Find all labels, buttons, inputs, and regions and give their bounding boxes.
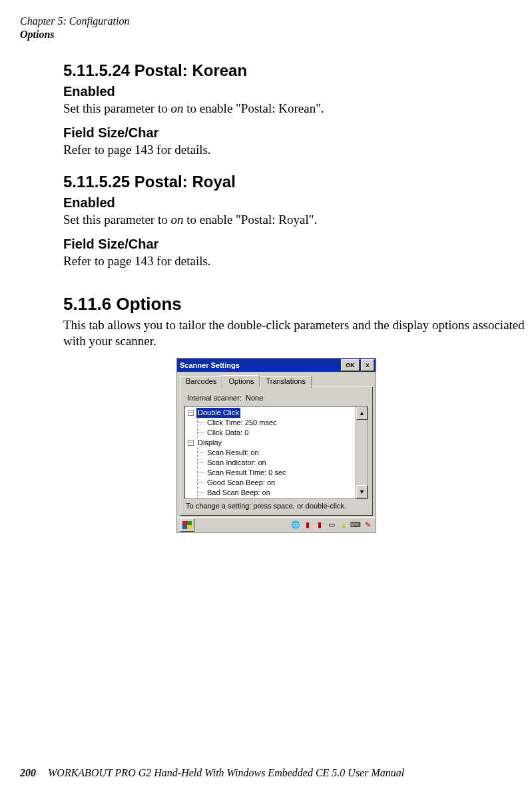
tab-strip: Barcodes Options Translations — [180, 375, 373, 387]
paragraph: Refer to page 143 for details. — [63, 142, 529, 159]
close-button[interactable]: × — [361, 359, 374, 371]
internal-scanner-row: Internal scanner: None — [187, 394, 368, 402]
tray-lock-icon[interactable]: ▲ — [338, 520, 349, 530]
header-section: Options — [20, 28, 532, 41]
paragraph: This tab allows you to tailor the double… — [63, 317, 529, 350]
tree-item-double-click[interactable]: Double Click — [196, 408, 240, 418]
collapse-icon[interactable]: − — [188, 440, 194, 446]
section-heading-options: 5.11.6 Options — [63, 294, 529, 315]
title-bar: Scanner Settings OK × — [177, 359, 376, 372]
footer-text: WORKABOUT PRO G2 Hand-Held With Windows … — [48, 767, 404, 778]
tree-item[interactable]: Scan Result Time: 0 sec — [198, 468, 354, 478]
system-tray: 🌐 ▮ ▮ ▭ ▲ ⌨ ✎ — [290, 520, 373, 530]
subsection-enabled: Enabled — [63, 84, 529, 99]
settings-tree[interactable]: − Double Click Click Time: 250 msec Clic… — [184, 406, 368, 499]
tree-item[interactable]: Bad Scan Beep: on — [198, 488, 354, 498]
subsection-field-size-char: Field Size/Char — [63, 125, 529, 141]
tab-options[interactable]: Options — [222, 375, 260, 387]
tree-item[interactable]: Scan Indicator: on — [198, 458, 354, 468]
scanner-settings-dialog: Scanner Settings OK × Barcodes Options T… — [176, 358, 376, 533]
ok-button[interactable]: OK — [341, 359, 360, 371]
tree-item[interactable]: Scan Result: on — [198, 448, 354, 458]
running-header: Chapter 5: Configuration Options — [20, 15, 532, 41]
tray-status-icon[interactable]: ▮ — [314, 520, 325, 530]
tree-item[interactable]: Click Data: 0 — [198, 428, 354, 438]
tree-item-display[interactable]: Display — [196, 438, 223, 448]
tray-card-icon[interactable]: ▭ — [326, 520, 337, 530]
section-heading-postal-korean: 5.11.5.24 Postal: Korean — [63, 61, 529, 80]
tree-item[interactable]: Good Scan Beep: on — [198, 478, 354, 488]
section-heading-postal-royal: 5.11.5.25 Postal: Royal — [63, 173, 529, 191]
tray-battery-icon[interactable]: ▮ — [302, 520, 313, 530]
paragraph: Set this parameter to on to enable "Post… — [63, 212, 529, 229]
tab-translations[interactable]: Translations — [260, 376, 312, 388]
scroll-up-icon[interactable]: ▲ — [356, 406, 368, 420]
tree-item[interactable]: Soft Scan Timeout: 3 sec — [198, 498, 354, 499]
page-footer: 200 WORKABOUT PRO G2 Hand-Held With Wind… — [20, 767, 512, 779]
taskbar: 🌐 ▮ ▮ ▭ ▲ ⌨ ✎ — [177, 517, 376, 532]
page-number: 200 — [20, 767, 36, 778]
paragraph: Set this parameter to on to enable "Post… — [63, 101, 529, 117]
paragraph: Refer to page 143 for details. — [63, 253, 529, 270]
windows-flag-icon — [182, 521, 192, 529]
header-chapter: Chapter 5: Configuration — [20, 15, 532, 28]
scrollbar[interactable]: ▲ ▼ — [356, 406, 368, 498]
subsection-field-size-char: Field Size/Char — [63, 237, 529, 252]
tray-globe-icon[interactable]: 🌐 — [290, 520, 301, 530]
hint-text: To change a setting: press space, or dou… — [186, 502, 367, 511]
tray-keyboard-icon[interactable]: ⌨ — [350, 520, 361, 530]
start-button[interactable] — [180, 518, 194, 532]
internal-scanner-value: None — [246, 394, 263, 402]
scroll-down-icon[interactable]: ▼ — [356, 485, 368, 498]
tab-barcodes[interactable]: Barcodes — [180, 376, 222, 388]
window-title: Scanner Settings — [180, 361, 340, 369]
collapse-icon[interactable]: − — [188, 410, 194, 416]
internal-scanner-label: Internal scanner: — [187, 394, 242, 402]
subsection-enabled: Enabled — [63, 195, 529, 211]
tray-pen-icon[interactable]: ✎ — [362, 520, 373, 530]
tree-item[interactable]: Click Time: 250 msec — [198, 418, 354, 428]
